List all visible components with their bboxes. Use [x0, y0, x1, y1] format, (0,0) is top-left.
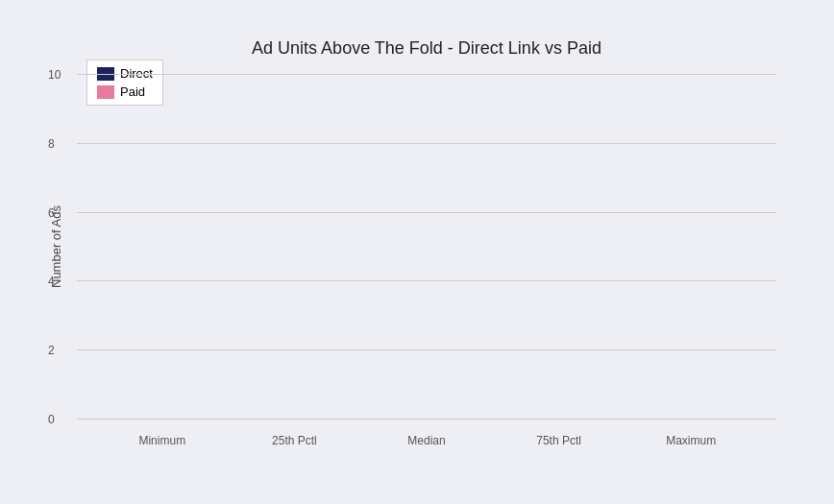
x-label-median: Median	[388, 434, 465, 447]
x-label-minimum: Minimum	[124, 434, 201, 447]
bars-wrapper	[77, 74, 776, 419]
x-labels: Minimum 25th Pctl Median 75th Pctl Maxim…	[77, 434, 776, 447]
y-tick-4: 4	[48, 275, 55, 288]
x-label-75pctl: 75th Pctl	[521, 434, 598, 447]
y-tick-6: 6	[48, 206, 55, 220]
y-tick-8: 8	[48, 137, 55, 151]
chart-title: Ad Units Above The Fold - Direct Link vs…	[77, 38, 776, 59]
grid-line-0: 0	[77, 419, 776, 420]
y-tick-10: 10	[48, 68, 61, 82]
chart-plot-area: 10 8 6 4 2 0	[77, 74, 776, 419]
x-label-25pctl: 25th Pctl	[256, 434, 332, 447]
y-tick-0: 0	[48, 413, 55, 426]
y-tick-2: 2	[48, 344, 55, 357]
chart-container: Ad Units Above The Fold - Direct Link vs…	[0, 0, 834, 504]
x-label-maximum: Maximum	[652, 434, 729, 447]
